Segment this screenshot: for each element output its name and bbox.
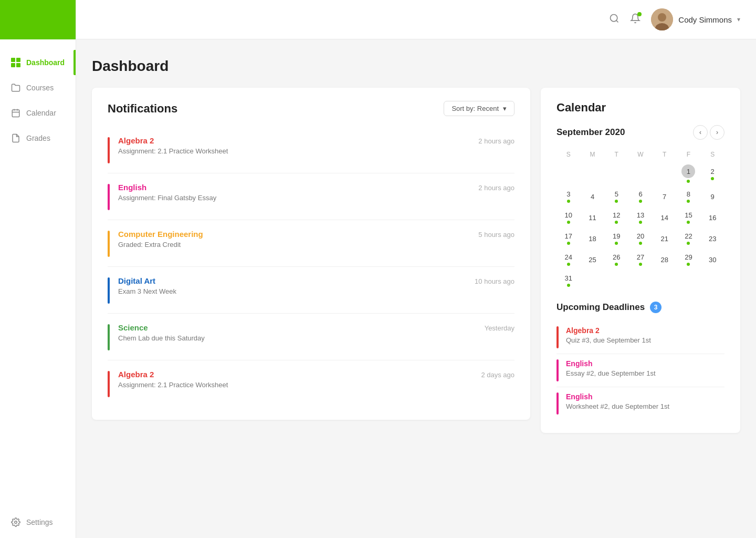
deadline-item[interactable]: English Essay #2, due September 1st <box>556 354 724 387</box>
calendar-day-header: S <box>700 148 724 161</box>
sort-dropdown[interactable]: Sort by: Recent ▾ <box>444 101 514 116</box>
calendar-event-dot <box>687 221 690 224</box>
calendar-day[interactable]: 8 <box>677 186 701 207</box>
calendar-event-dot <box>567 200 570 203</box>
day-number: 28 <box>660 256 668 264</box>
day-number: 21 <box>660 235 668 243</box>
deadline-course: Algebra 2 <box>566 326 651 335</box>
header: Cody Simmons ▾ <box>76 0 756 39</box>
calendar-event-dot <box>615 221 618 224</box>
calendar-day[interactable]: 16 <box>700 207 724 228</box>
notification-item[interactable]: Science Chem Lab due this Saturday Yeste… <box>108 314 514 360</box>
sidebar-item-calendar[interactable]: Calendar <box>0 100 76 126</box>
calendar-prev-button[interactable]: ‹ <box>693 125 708 140</box>
calendar-day[interactable]: 22 <box>677 228 701 249</box>
calendar-day[interactable]: 27 <box>628 249 653 270</box>
calendar-day[interactable]: 31 <box>556 270 581 291</box>
notification-course: Digital Art <box>118 276 464 285</box>
notification-course: Algebra 2 <box>118 136 468 145</box>
deadlines-title: Upcoming Deadlines <box>556 302 645 313</box>
user-profile[interactable]: Cody Simmons ▾ <box>651 8 740 30</box>
calendar-day <box>604 161 628 186</box>
notification-time: 2 days ago <box>481 370 514 379</box>
calendar-day[interactable]: 4 <box>581 186 605 207</box>
deadline-description: Quiz #3, due September 1st <box>566 336 651 344</box>
dropdown-chevron-icon: ▾ <box>503 105 507 112</box>
calendar-day[interactable]: 21 <box>653 228 677 249</box>
svg-point-8 <box>658 13 666 22</box>
document-icon <box>10 133 21 143</box>
calendar-day[interactable]: 25 <box>581 249 605 270</box>
calendar-day[interactable]: 30 <box>700 249 724 270</box>
calendar-day[interactable]: 28 <box>653 249 677 270</box>
calendar-day[interactable]: 26 <box>604 249 628 270</box>
calendar-event-dot <box>687 242 690 245</box>
sidebar-item-courses[interactable]: Courses <box>0 75 76 100</box>
calendar-day[interactable]: 15 <box>677 207 701 228</box>
calendar-day[interactable]: 10 <box>556 207 581 228</box>
calendar-day[interactable]: 19 <box>604 228 628 249</box>
main-content: Cody Simmons ▾ Dashboard Notifications S… <box>76 0 756 538</box>
calendar-day[interactable]: 24 <box>556 249 581 270</box>
day-number: 25 <box>589 256 596 264</box>
sidebar-item-settings[interactable]: Settings <box>0 506 76 538</box>
calendar-day[interactable]: 2 <box>700 161 724 186</box>
calendar-day-header: T <box>604 148 628 161</box>
chevron-down-icon: ▾ <box>737 16 740 23</box>
calendar-day[interactable]: 23 <box>700 228 724 249</box>
calendar-day-header: T <box>653 148 677 161</box>
calendar-event-dot <box>615 200 618 203</box>
notification-item[interactable]: Computer Engineering Graded: Extra Credi… <box>108 220 514 267</box>
calendar-day[interactable]: 3 <box>556 186 581 207</box>
avatar <box>651 8 673 30</box>
calendar-day[interactable]: 12 <box>604 207 628 228</box>
notification-description: Assignment: 2.1 Practice Worksheet <box>118 147 468 155</box>
calendar-month-label: September 2020 <box>556 127 625 138</box>
calendar-day[interactable]: 14 <box>653 207 677 228</box>
notification-item[interactable]: Digital Art Exam 3 Next Week 10 hours ag… <box>108 267 514 314</box>
deadline-body: English Worksheet #2, due September 1st <box>566 392 669 410</box>
sidebar-item-dashboard[interactable]: Dashboard <box>0 50 76 75</box>
notification-body: Science Chem Lab due this Saturday <box>118 323 474 342</box>
day-number: 17 <box>565 232 572 240</box>
calendar-title: Calendar <box>556 101 724 115</box>
notification-item[interactable]: Algebra 2 Assignment: 2.1 Practice Works… <box>108 127 514 173</box>
calendar-day[interactable]: 7 <box>653 186 677 207</box>
notification-item[interactable]: English Assignment: Final Gatsby Essay 2… <box>108 173 514 220</box>
calendar-day[interactable]: 5 <box>604 186 628 207</box>
calendar-day[interactable]: 9 <box>700 186 724 207</box>
notification-description: Assignment: Final Gatsby Essay <box>118 194 468 202</box>
calendar-event-dot <box>639 221 642 224</box>
day-number: 19 <box>613 232 620 240</box>
calendar-day[interactable]: 6 <box>628 186 653 207</box>
sidebar-item-grades[interactable]: Grades <box>0 126 76 151</box>
deadline-bar <box>556 359 559 381</box>
deadline-bar <box>556 326 559 348</box>
calendar-day[interactable]: 13 <box>628 207 653 228</box>
notification-item[interactable]: Algebra 2 Assignment: 2.1 Practice Works… <box>108 360 514 407</box>
folder-icon <box>10 82 21 93</box>
calendar-day[interactable]: 17 <box>556 228 581 249</box>
day-number: 18 <box>589 235 596 243</box>
calendar-day-header: F <box>677 148 701 161</box>
calendar-event-dot <box>615 242 618 245</box>
sidebar-label-courses: Courses <box>26 84 54 92</box>
calendar-day <box>581 161 605 186</box>
deadline-item[interactable]: Algebra 2 Quiz #3, due September 1st <box>556 321 724 354</box>
calendar-day <box>628 161 653 186</box>
calendar-day[interactable]: 11 <box>581 207 605 228</box>
search-icon[interactable] <box>609 13 620 26</box>
calendar-next-button[interactable]: › <box>710 125 724 140</box>
deadline-description: Worksheet #2, due September 1st <box>566 402 669 410</box>
svg-point-5 <box>611 14 617 21</box>
calendar-day[interactable]: 20 <box>628 228 653 249</box>
calendar-day[interactable]: 18 <box>581 228 605 249</box>
calendar-event-dot <box>687 263 690 266</box>
calendar-day[interactable]: 1 <box>677 161 701 186</box>
day-number: 3 <box>566 190 570 198</box>
notification-bell-icon[interactable] <box>630 13 640 26</box>
sidebar-logo <box>0 0 76 39</box>
calendar-day[interactable]: 29 <box>677 249 701 270</box>
deadline-item[interactable]: English Worksheet #2, due September 1st <box>556 387 724 420</box>
notification-body: Algebra 2 Assignment: 2.1 Practice Works… <box>118 136 468 155</box>
